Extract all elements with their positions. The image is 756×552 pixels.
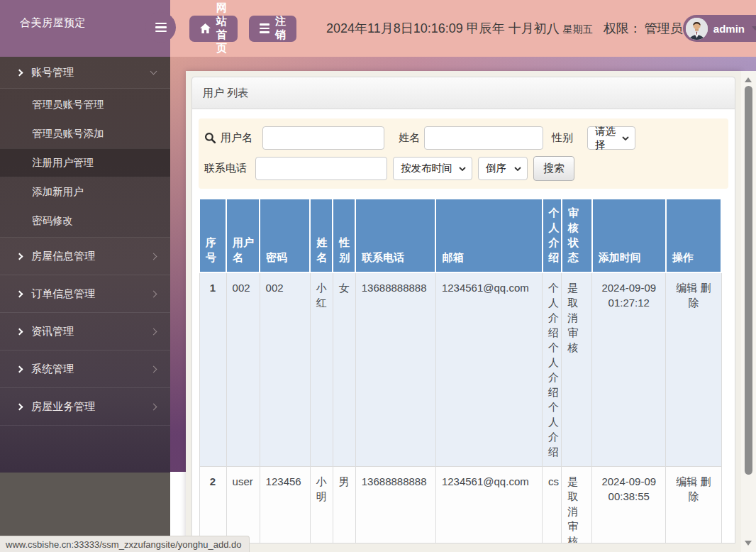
gender-label: 性别 xyxy=(552,131,573,145)
name-label: 姓名 xyxy=(399,131,420,145)
chevron-right-icon xyxy=(16,365,23,372)
search-row-2: 联系电话 按发布时间 倒序 搜索 xyxy=(204,156,723,181)
user-caret-down-icon xyxy=(752,26,756,31)
sidebar-item-news-management[interactable]: 资讯管理 xyxy=(0,313,170,350)
cell-name: 小红 xyxy=(310,272,333,467)
chevron-down-icon xyxy=(514,167,521,171)
cell-password: 123456 xyxy=(260,467,310,544)
weekday-text: 星期五 xyxy=(563,23,593,35)
chevron-down-icon xyxy=(459,167,466,171)
sidebar-item-system-management[interactable]: 系统管理 xyxy=(0,350,170,388)
user-menu[interactable]: admin xyxy=(683,15,756,42)
permission-value: 管理员 xyxy=(645,21,683,35)
username-text: admin xyxy=(713,23,745,35)
cell-actions: 编辑 删除 xyxy=(666,467,721,544)
logout-button-label: 注销 xyxy=(275,15,286,42)
sidebar-item-label: 房屋信息管理 xyxy=(31,250,95,263)
cell-actions: 编辑 删除 xyxy=(666,272,721,467)
username-input[interactable] xyxy=(262,126,384,150)
sidebar-toggle-button[interactable] xyxy=(145,12,176,43)
chevron-right-icon xyxy=(150,253,157,260)
vertical-scrollbar[interactable] xyxy=(741,71,756,552)
search-panel: 用户名 姓名 性别 请选择 联系电话 按发布时间 xyxy=(199,118,728,189)
col-header-name: 姓名 xyxy=(310,199,333,272)
sort-order-select-value: 倒序 xyxy=(486,162,506,175)
search-row-1: 用户名 姓名 性别 请选择 xyxy=(204,126,723,150)
chevron-right-icon xyxy=(16,253,23,260)
cell-password: 002 xyxy=(260,272,310,467)
col-header-audit-status: 审核状态 xyxy=(562,199,592,272)
sidebar-subitem-admin-account-add[interactable]: 管理员账号添加 xyxy=(0,119,170,148)
app-title: 合美房屋预定 xyxy=(20,16,86,30)
edit-link[interactable]: 编辑 xyxy=(676,475,697,487)
sidebar-subitem-admin-account-management[interactable]: 管理员账号管理 xyxy=(0,90,170,119)
name-input[interactable] xyxy=(424,126,543,150)
chevron-right-icon xyxy=(16,403,23,410)
datetime-text: 2024年11月8日10:16:09 甲辰年 十月初八 xyxy=(326,21,560,35)
phone-input[interactable] xyxy=(255,157,387,180)
sort-by-select[interactable]: 按发布时间 xyxy=(393,157,472,180)
chevron-right-icon xyxy=(16,328,23,335)
avatar xyxy=(686,18,708,40)
cell-phone: 13688888888 xyxy=(355,272,435,467)
col-header-actions: 操作 xyxy=(666,199,721,272)
status-bar: www.csbishe.cn:33333/ssm_zxzufangsite/yo… xyxy=(0,536,250,552)
sidebar-item-order-info-management[interactable]: 订单信息管理 xyxy=(0,275,170,313)
home-button[interactable]: 网站首页 xyxy=(189,16,238,42)
chevron-down-icon xyxy=(622,136,629,140)
chevron-right-icon xyxy=(150,328,157,335)
cell-gender: 男 xyxy=(333,467,355,544)
chevron-right-icon xyxy=(150,403,157,410)
col-header-no: 序号 xyxy=(199,199,226,272)
sort-order-select[interactable]: 倒序 xyxy=(478,157,528,180)
sidebar-subitem-password-change[interactable]: 密码修改 xyxy=(0,206,170,236)
cell-audit-status: 是取消审核 xyxy=(562,467,592,544)
content-card: 用户 列表 用户名 姓名 性别 请选择 xyxy=(186,71,741,552)
col-header-added-time: 添加时间 xyxy=(592,199,666,272)
scrollbar-thumb[interactable] xyxy=(745,86,752,475)
sidebar-item-label: 订单信息管理 xyxy=(31,287,95,301)
sidebar-item-label: 账号管理 xyxy=(31,66,74,79)
cell-no: 2 xyxy=(199,467,226,544)
chevron-right-icon xyxy=(150,365,157,372)
username-label: 用户名 xyxy=(221,131,252,145)
users-table: 序号 用户名 密码 姓名 性别 联系电话 邮箱 个人介绍 审核状态 添加时间 操… xyxy=(199,198,722,543)
cell-phone: 13688888888 xyxy=(355,467,435,544)
col-header-gender: 性别 xyxy=(333,199,355,272)
search-button[interactable]: 搜索 xyxy=(533,156,574,181)
chevron-down-icon xyxy=(150,68,157,75)
cell-intro: cs xyxy=(543,467,562,544)
sidebar-item-house-business-management[interactable]: 房屋业务管理 xyxy=(0,388,170,426)
sidebar-item-account-management[interactable]: 账号管理 xyxy=(0,57,170,89)
sidebar-subitem-registered-user-management[interactable]: 注册用户管理 xyxy=(0,148,170,177)
cell-email: 1234561@qq.com xyxy=(435,467,542,544)
col-header-phone: 联系电话 xyxy=(355,199,435,272)
table-header-row: 序号 用户名 密码 姓名 性别 联系电话 邮箱 个人介绍 审核状态 添加时间 操… xyxy=(199,199,721,272)
home-icon xyxy=(200,23,211,33)
cell-username: user xyxy=(226,467,260,544)
permission-label: 权限： xyxy=(604,21,642,35)
cancel-audit-link[interactable]: 取消审核 xyxy=(567,489,579,543)
sidebar-item-label: 房屋业务管理 xyxy=(31,400,95,414)
edit-link[interactable]: 编辑 xyxy=(676,282,697,294)
phone-label: 联系电话 xyxy=(204,162,247,175)
cell-audit-status: 是取消审核 xyxy=(562,272,592,467)
table-row: 1 002 002 小红 女 13688888888 1234561@qq.co… xyxy=(199,272,721,467)
gender-select-value: 请选择 xyxy=(595,125,618,152)
cell-email: 1234561@qq.com xyxy=(435,272,542,467)
account-submenu: 管理员账号管理 管理员账号添加 注册用户管理 添加新用户 密码修改 xyxy=(0,89,170,238)
status-url: www.csbishe.cn:33333/ssm_zxzufangsite/yo… xyxy=(6,539,241,550)
cell-no: 1 xyxy=(199,272,226,467)
app-window: 合美房屋预定 网站首页 注销 2024年11月8日10:16:09 甲辰年 十月… xyxy=(0,0,756,552)
scroll-up-icon[interactable] xyxy=(745,77,752,82)
gender-select[interactable]: 请选择 xyxy=(587,126,635,150)
sidebar-item-house-info-management[interactable]: 房屋信息管理 xyxy=(0,238,170,275)
sidebar-item-label: 资讯管理 xyxy=(31,325,74,338)
topbar: 网站首页 注销 2024年11月8日10:16:09 甲辰年 十月初八 星期五 … xyxy=(170,0,756,57)
sidebar-subitem-add-new-user[interactable]: 添加新用户 xyxy=(0,177,170,206)
col-header-password: 密码 xyxy=(260,199,310,272)
logout-button[interactable]: 注销 xyxy=(249,16,296,42)
cancel-audit-link[interactable]: 取消审核 xyxy=(567,295,579,355)
col-header-username: 用户名 xyxy=(226,199,260,272)
scroll-down-icon[interactable] xyxy=(745,541,752,546)
